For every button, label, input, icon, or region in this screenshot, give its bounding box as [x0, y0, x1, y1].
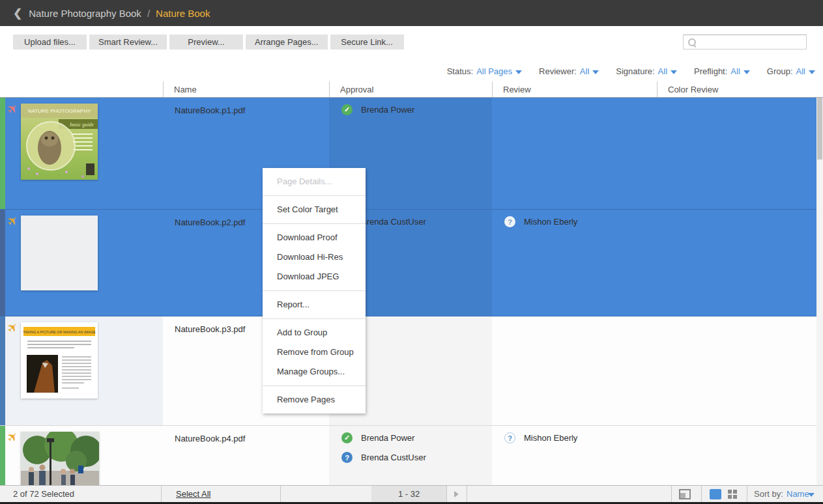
arrange-pages-button[interactable]: Arrange Pages...: [246, 35, 328, 49]
page-thumbnail[interactable]: [21, 216, 98, 290]
status-stripe: [0, 316, 5, 425]
review-cell: ? Mishon Eberly: [492, 210, 657, 316]
toolbar-buttons: Upload files... Smart Review... Preview.…: [13, 35, 404, 49]
page-thumbnail[interactable]: TAKING A PICTURE OR MAKING AN IMAGE: [21, 322, 98, 399]
chevron-down-icon: [671, 70, 677, 74]
footer-divider: [671, 486, 672, 502]
sort-chevron-down-icon[interactable]: [808, 493, 815, 497]
preview-button[interactable]: Preview...: [169, 35, 243, 49]
color-review-cell: [657, 210, 816, 316]
next-page-arrow-icon[interactable]: [454, 491, 459, 497]
page-thumbnail[interactable]: NATURE PHOTOGRAPHY basic guide: [21, 104, 98, 180]
menu-item-download-hires[interactable]: Download Hi-Res: [263, 247, 366, 267]
page-list: ✈ NATURE PHOTOGRAPHY basic guide: [0, 98, 823, 485]
question-icon: ?: [504, 216, 515, 227]
column-header-review[interactable]: Review: [492, 81, 657, 97]
approved-check-icon: ✓: [341, 432, 353, 443]
filter-signature[interactable]: Signature: All: [616, 66, 677, 76]
pushed-plane-icon: ✈: [4, 212, 22, 230]
column-header-color-review[interactable]: Color Review: [657, 81, 823, 97]
approval-entry: ? Brenda CustUser: [329, 452, 492, 463]
scrollbar-thumb[interactable]: [817, 98, 822, 160]
page-range-indicator: 1 - 32: [371, 486, 446, 502]
question-icon: ?: [341, 452, 353, 463]
filter-preflight-label: Preflight:: [694, 66, 727, 76]
menu-group: Download Proof Download Hi-Res Download …: [263, 224, 366, 290]
chevron-down-icon: [515, 70, 522, 74]
preview-panel-icon[interactable]: [679, 489, 691, 499]
thumbnail-cell: ✈: [0, 426, 163, 485]
select-all-link[interactable]: Select All: [176, 489, 210, 499]
search-box: [683, 35, 807, 49]
selection-count: 2 of 72 Selected: [13, 489, 74, 499]
svg-text:basic guide: basic guide: [70, 122, 94, 128]
upload-files-button[interactable]: Upload files...: [13, 35, 87, 49]
chevron-down-icon: [744, 70, 750, 74]
filter-status[interactable]: Status: All Pages: [447, 66, 522, 76]
page-thumbnail[interactable]: [21, 432, 99, 485]
review-cell: [492, 98, 657, 209]
menu-item-remove-from-group[interactable]: Remove from Group: [263, 343, 366, 362]
page-name: NatureBook.p4.pdf: [175, 434, 245, 443]
svg-text:TAKING A PICTURE OR MAKING AN: TAKING A PICTURE OR MAKING AN IMAGE: [23, 330, 96, 334]
footer-divider: [701, 486, 702, 502]
menu-group: Report...: [263, 291, 366, 318]
page-name: NatureBook.p2.pdf: [175, 217, 245, 227]
vertical-scrollbar[interactable]: [816, 98, 823, 485]
filter-preflight[interactable]: Preflight: All: [694, 66, 750, 76]
color-review-cell: [657, 316, 816, 425]
insite-job-page: ❮ Nature Photography Book / Nature Book …: [0, 0, 823, 504]
color-review-cell: [657, 426, 816, 485]
menu-item-remove-pages[interactable]: Remove Pages: [263, 390, 366, 410]
menu-item-report[interactable]: Report...: [263, 295, 366, 315]
table-row[interactable]: ✈ NatureBook.p4.pdf: [0, 426, 816, 485]
table-row[interactable]: ✈ NATURE PHOTOGRAPHY basic guide: [0, 98, 816, 210]
column-header-approval[interactable]: Approval: [329, 81, 492, 97]
column-header-name[interactable]: Name: [163, 81, 329, 97]
context-menu: Page Details... Set Color Target Downloa…: [263, 168, 366, 413]
menu-item-download-jpeg[interactable]: Download JPEG: [263, 267, 366, 287]
sort-by-label: Sort by:: [754, 489, 783, 499]
grid-square: [733, 495, 737, 499]
filter-signature-label: Signature:: [616, 66, 654, 76]
menu-item-set-color-target[interactable]: Set Color Target: [263, 200, 366, 219]
smart-review-button[interactable]: Smart Review...: [89, 35, 167, 49]
filter-status-label: Status:: [447, 66, 473, 76]
svg-text:NATURE PHOTOGRAPHY: NATURE PHOTOGRAPHY: [28, 108, 91, 114]
grid-square: [733, 490, 737, 494]
filter-reviewer-label: Reviewer:: [539, 66, 577, 76]
footer-bar: 2 of 72 Selected Select All 1 - 32 Sort …: [0, 485, 823, 504]
page-name: NatureBook.p3.pdf: [175, 324, 245, 334]
approval-entry: ✓ Brenda Power: [329, 432, 492, 443]
back-chevron-icon[interactable]: ❮: [13, 7, 22, 20]
filter-group[interactable]: Group: All: [767, 66, 815, 76]
secure-link-button[interactable]: Secure Link...: [330, 35, 404, 49]
filter-reviewer[interactable]: Reviewer: All: [539, 66, 599, 76]
approval-cell: ✓ Brenda Power ? Brenda CustUser: [329, 426, 492, 485]
table-row[interactable]: ✈ NatureBook.p2.pdf ? Brenda CustUser ? …: [0, 210, 816, 316]
list-view-icon[interactable]: [710, 489, 721, 499]
reviewer-name: Brenda Power: [361, 105, 414, 115]
pushed-plane-icon: ✈: [4, 428, 22, 446]
thumbnail-cell: ✈: [0, 210, 163, 316]
footer-divider: [747, 486, 747, 502]
menu-item-manage-groups[interactable]: Manage Groups...: [263, 362, 366, 382]
breadcrumb-separator: /: [147, 8, 150, 19]
sort-by-value[interactable]: Name: [787, 489, 809, 499]
pushed-plane-icon: ✈: [4, 100, 22, 118]
menu-item-download-proof[interactable]: Download Proof: [263, 228, 366, 247]
review-cell: ? Mishon Eberly: [492, 426, 657, 485]
breadcrumb-parent[interactable]: Nature Photography Book: [29, 8, 141, 19]
menu-item-page-details[interactable]: Page Details...: [263, 172, 366, 191]
thumbnail-cell: ✈ NATURE PHOTOGRAPHY basic guide: [0, 98, 163, 209]
footer-divider: [280, 486, 281, 502]
menu-item-add-to-group[interactable]: Add to Group: [263, 323, 366, 343]
table-header: Name Approval Review Color Review: [0, 81, 823, 98]
table-row[interactable]: ✈ TAKING A PICTURE OR MAKING AN IMAGE: [0, 316, 816, 426]
grid-square: [728, 495, 732, 499]
grid-view-icon[interactable]: [728, 490, 737, 499]
search-input[interactable]: [687, 35, 810, 49]
toolbar: Upload files... Smart Review... Preview.…: [0, 26, 823, 81]
reviewer-name: Brenda Power: [361, 433, 414, 443]
reviewer-name: Mishon Eberly: [524, 217, 577, 227]
